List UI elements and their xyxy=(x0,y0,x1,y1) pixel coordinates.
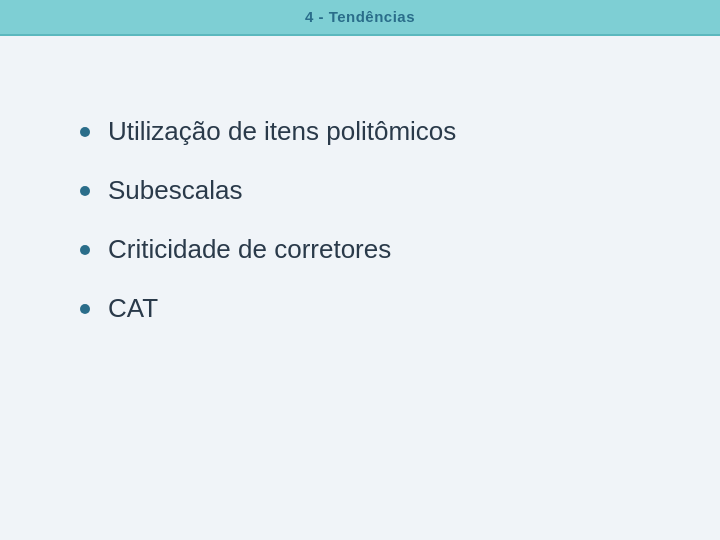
list-item: CAT xyxy=(80,293,456,324)
header-bar: 4 - Tendências xyxy=(0,0,720,36)
bullet-dot-icon xyxy=(80,245,90,255)
list-item: Subescalas xyxy=(80,175,456,206)
bullet-list: Utilização de itens politômicosSubescala… xyxy=(80,116,456,324)
bullet-item-text: CAT xyxy=(108,293,158,324)
bullet-item-text: Criticidade de corretores xyxy=(108,234,391,265)
list-item: Utilização de itens politômicos xyxy=(80,116,456,147)
bullet-dot-icon xyxy=(80,304,90,314)
bullet-dot-icon xyxy=(80,127,90,137)
bullet-item-text: Subescalas xyxy=(108,175,242,206)
bullet-item-text: Utilização de itens politômicos xyxy=(108,116,456,147)
bullet-dot-icon xyxy=(80,186,90,196)
page-title: 4 - Tendências xyxy=(305,8,415,25)
list-item: Criticidade de corretores xyxy=(80,234,456,265)
main-content: Utilização de itens politômicosSubescala… xyxy=(0,36,720,540)
